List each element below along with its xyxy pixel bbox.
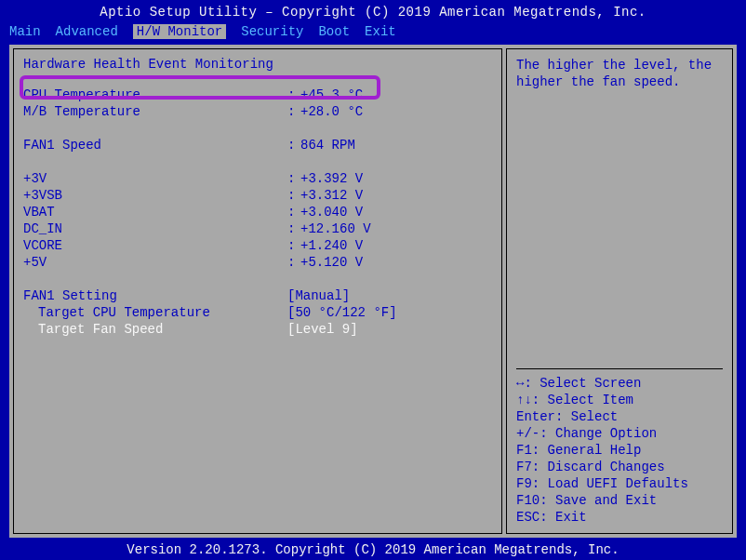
help-key-select-item: ↑↓: Select Item <box>516 392 723 408</box>
row-target-cpu-temp[interactable]: Target CPU Temperature [50 °C/122 °F] <box>23 304 492 321</box>
help-key-f7: F7: Discard Changes <box>516 459 723 475</box>
fan1-speed-value: 864 RPM <box>300 137 355 153</box>
menu-exit[interactable]: Exit <box>365 24 396 39</box>
row-3v: +3V : +3.392 V <box>23 170 492 187</box>
main-panel: Hardware Health Event Monitoring CPU Tem… <box>13 48 502 534</box>
cpu-temp-label: CPU Temperature <box>23 87 287 103</box>
fan1-setting-value: [Manual] <box>287 287 350 304</box>
menu-hw-monitor[interactable]: H/W Monitor <box>133 24 226 39</box>
row-fan1-setting[interactable]: FAN1 Setting [Manual] <box>23 287 492 304</box>
menu-security[interactable]: Security <box>241 24 303 39</box>
fan1-setting-label: FAN1 Setting <box>23 287 287 304</box>
content-area: Hardware Health Event Monitoring CPU Tem… <box>7 43 739 540</box>
footer-text: Version 2.20.1273. Copyright (C) 2019 Am… <box>127 542 619 557</box>
help-key-f9: F9: Load UEFI Defaults <box>516 475 723 492</box>
row-target-fan-speed[interactable]: Target Fan Speed [Level 9] <box>23 321 492 338</box>
footer-bar: Version 2.20.1273. Copyright (C) 2019 Am… <box>2 540 744 557</box>
row-dcin: DC_IN : +12.160 V <box>23 220 492 237</box>
row-cpu-temp: CPU Temperature : +45.3 °C <box>23 87 492 103</box>
target-fan-speed-label: Target Fan Speed <box>23 321 287 338</box>
target-fan-speed-value: [Level 9] <box>287 321 358 338</box>
row-mb-temp: M/B Temperature : +28.0 °C <box>23 103 492 120</box>
row-vbat: VBAT : +3.040 V <box>23 204 492 220</box>
help-keys: ↔: Select Screen ↑↓: Select Item Enter: … <box>516 368 723 526</box>
menu-advanced[interactable]: Advanced <box>56 24 118 39</box>
mb-temp-value: +28.0 °C <box>300 103 363 120</box>
row-3vsb: +3VSB : +3.312 V <box>23 187 492 204</box>
target-cpu-temp-label: Target CPU Temperature <box>23 304 287 321</box>
title-bar: Aptio Setup Utility – Copyright (C) 2019… <box>2 2 744 22</box>
menu-boot[interactable]: Boot <box>318 24 350 39</box>
help-key-change: +/-: Change Option <box>516 425 723 442</box>
row-vcore: VCORE : +1.240 V <box>23 237 492 254</box>
panel-heading: Hardware Health Event Monitoring <box>23 57 492 72</box>
mb-temp-label: M/B Temperature <box>23 103 287 120</box>
help-key-enter: Enter: Select <box>516 408 723 425</box>
target-cpu-temp-value: [50 °C/122 °F] <box>287 304 397 321</box>
menu-bar: Main Advanced H/W Monitor Security Boot … <box>2 22 744 43</box>
help-panel: The higher the level, the higher the fan… <box>506 48 733 534</box>
help-description: The higher the level, the higher the fan… <box>516 57 723 90</box>
help-key-f1: F1: General Help <box>516 442 723 459</box>
help-key-f10: F10: Save and Exit <box>516 492 723 509</box>
app-title: Aptio Setup Utility – Copyright (C) 2019… <box>100 5 646 20</box>
row-5v: +5V : +5.120 V <box>23 254 492 271</box>
help-key-select-screen: ↔: Select Screen <box>516 375 723 392</box>
help-key-esc: ESC: Exit <box>516 509 723 526</box>
menu-main[interactable]: Main <box>9 24 41 39</box>
row-fan1-speed: FAN1 Speed : 864 RPM <box>23 137 492 153</box>
cpu-temp-value: +45.3 °C <box>300 87 363 103</box>
fan1-speed-label: FAN1 Speed <box>23 137 287 153</box>
